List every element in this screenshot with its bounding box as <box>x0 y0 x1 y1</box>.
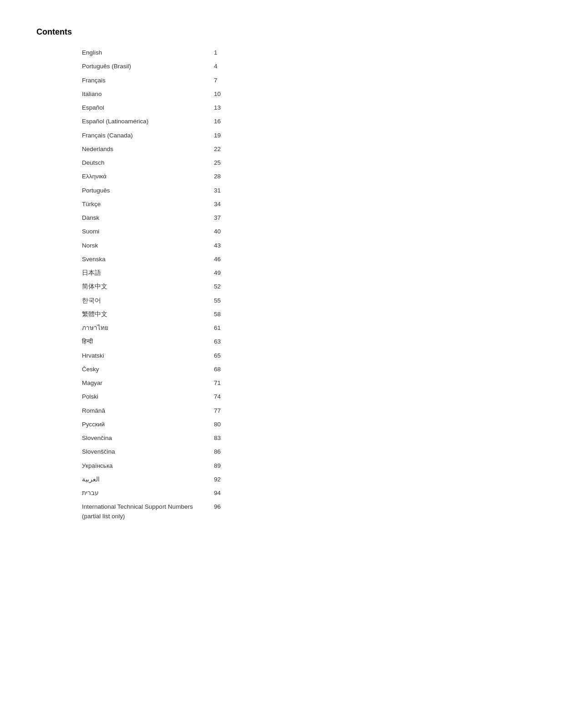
toc-label: 한국어 <box>82 296 205 305</box>
toc-row: Português31 <box>82 184 228 197</box>
toc-label: Español (Latinoamérica) <box>82 117 205 126</box>
toc-label: Português (Brasil) <box>82 62 205 71</box>
toc-row: العربية92 <box>82 473 228 486</box>
toc-label: Magyar <box>82 379 205 388</box>
toc-label: ภาษาไทย <box>82 324 205 333</box>
toc-label: International Technical Support Numbers … <box>82 502 205 521</box>
toc-page-number: 31 <box>214 187 228 194</box>
toc-row: Português (Brasil)4 <box>82 60 228 73</box>
toc-label: Slovenščina <box>82 447 205 456</box>
toc-label: Español <box>82 103 205 112</box>
toc-page-number: 68 <box>214 366 228 373</box>
toc-row: Română77 <box>82 404 228 418</box>
toc-row: 한국어55 <box>82 294 228 308</box>
toc-row: Español13 <box>82 101 228 115</box>
toc-label: Hrvatski <box>82 351 205 360</box>
toc-row: Español (Latinoamérica)16 <box>82 115 228 128</box>
toc-row: Magyar71 <box>82 376 228 390</box>
toc-page-number: 94 <box>214 490 228 496</box>
toc-row: Slovenčina83 <box>82 431 228 445</box>
toc-row: हिन्दी63 <box>82 335 228 349</box>
toc-row: Italiano10 <box>82 87 228 101</box>
toc-label: Suomi <box>82 227 205 236</box>
toc-row: 日本語49 <box>82 266 228 280</box>
toc-page-number: 92 <box>214 476 228 483</box>
toc-page-number: 19 <box>214 132 228 139</box>
toc-label: English <box>82 48 205 57</box>
toc-row: Norsk43 <box>82 239 228 253</box>
toc-row: Ελληνικά28 <box>82 170 228 183</box>
toc-row: Dansk37 <box>82 211 228 225</box>
toc-page-number: 28 <box>214 173 228 180</box>
toc-row: Polski74 <box>82 390 228 404</box>
toc-page-number: 10 <box>214 91 228 97</box>
page-title: Contents <box>36 27 527 37</box>
toc-row: International Technical Support Numbers … <box>82 500 228 523</box>
toc-page-number: 4 <box>214 63 228 70</box>
toc-label: Português <box>82 186 205 195</box>
toc-page-number: 16 <box>214 118 228 125</box>
toc-label: हिन्दी <box>82 337 205 346</box>
toc-label: Deutsch <box>82 158 205 167</box>
toc-page-number: 63 <box>214 338 228 345</box>
toc-label: Русский <box>82 420 205 429</box>
toc-label: Svenska <box>82 255 205 264</box>
toc-row: Deutsch25 <box>82 156 228 170</box>
toc-page-number: 77 <box>214 407 228 414</box>
toc-label: Polski <box>82 392 205 401</box>
toc-page-number: 37 <box>214 214 228 221</box>
toc-row: 繁體中文58 <box>82 308 228 321</box>
toc-page-number: 1 <box>214 49 228 56</box>
toc-row: English1 <box>82 46 228 60</box>
toc-label: 繁體中文 <box>82 310 205 319</box>
toc-page-number: 46 <box>214 256 228 263</box>
toc-row: Slovenščina86 <box>82 445 228 459</box>
toc-label: 简体中文 <box>82 282 205 291</box>
toc-page-number: 86 <box>214 448 228 455</box>
toc-label: Česky <box>82 365 205 374</box>
toc-page-number: 40 <box>214 228 228 235</box>
toc-row: Français (Canada)19 <box>82 129 228 142</box>
toc-row: Nederlands22 <box>82 142 228 156</box>
toc-row: Suomi40 <box>82 225 228 238</box>
toc-page-number: 55 <box>214 297 228 304</box>
toc-page-number: 43 <box>214 242 228 249</box>
toc-page-number: 22 <box>214 146 228 152</box>
toc-label: 日本語 <box>82 268 205 278</box>
toc-label: Français (Canada) <box>82 131 205 140</box>
toc-label: Română <box>82 406 205 415</box>
toc-label: Italiano <box>82 90 205 99</box>
toc-page-number: 61 <box>214 324 228 331</box>
toc-row: 简体中文52 <box>82 280 228 293</box>
toc-page-number: 13 <box>214 104 228 111</box>
toc-page-number: 80 <box>214 421 228 428</box>
toc-label: العربية <box>82 475 205 484</box>
toc-page-number: 25 <box>214 159 228 166</box>
toc-page-number: 96 <box>214 503 228 510</box>
toc-label: Slovenčina <box>82 434 205 443</box>
toc-label: Français <box>82 76 205 85</box>
toc-row: Français7 <box>82 74 228 87</box>
toc-row: Русский80 <box>82 418 228 431</box>
toc-row: Česky68 <box>82 363 228 376</box>
toc-row: Українська89 <box>82 459 228 473</box>
toc-row: Türkçe34 <box>82 197 228 211</box>
toc-page-number: 49 <box>214 269 228 276</box>
toc-label: Ελληνικά <box>82 172 205 181</box>
toc-label: Українська <box>82 461 205 470</box>
toc-label: Nederlands <box>82 145 205 154</box>
toc-row: Svenska46 <box>82 253 228 266</box>
toc-page-number: 58 <box>214 311 228 318</box>
toc-page-number: 89 <box>214 462 228 469</box>
toc-label: Norsk <box>82 241 205 250</box>
toc-row: Hrvatski65 <box>82 349 228 363</box>
toc-page-number: 7 <box>214 77 228 84</box>
toc-page-number: 65 <box>214 352 228 359</box>
toc-page-number: 71 <box>214 379 228 386</box>
toc-container: English1Português (Brasil)4Français7Ital… <box>82 46 228 523</box>
toc-label: Türkçe <box>82 200 205 209</box>
toc-row: ภาษาไทย61 <box>82 321 228 335</box>
toc-page-number: 83 <box>214 435 228 441</box>
toc-label: עברית <box>82 489 205 498</box>
toc-page-number: 34 <box>214 201 228 207</box>
